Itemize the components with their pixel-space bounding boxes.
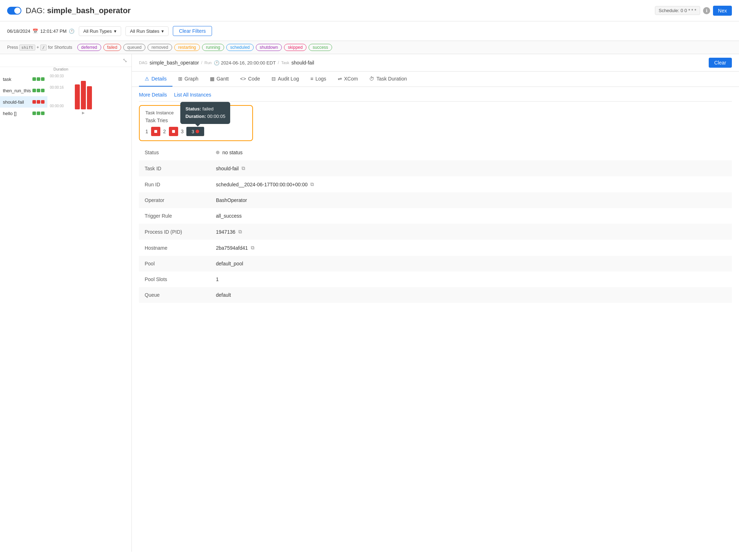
- top-header: DAG: simple_bash_operator Schedule: 0 0 …: [0, 0, 739, 21]
- table-row: Status no status: [139, 145, 732, 160]
- label-pool-slots: Pool Slots: [139, 271, 210, 287]
- badge-deferred[interactable]: deferred: [77, 44, 101, 51]
- next-button[interactable]: Nex: [713, 6, 732, 16]
- shortcut-hint: Press shift + / for Shortcuts: [7, 45, 72, 50]
- try-dot-1: [154, 130, 157, 133]
- badge-skipped[interactable]: skipped: [284, 44, 306, 51]
- bar-2[interactable]: [81, 81, 86, 109]
- copy-icon-pid[interactable]: ⧉: [238, 229, 242, 235]
- breadcrumb: DAG simple_bash_operator / Run 🕐 2024-06…: [132, 54, 739, 72]
- badge-scheduled[interactable]: scheduled: [226, 44, 254, 51]
- slash-key: /: [40, 45, 47, 51]
- value-pid: 1947136 ⧉: [210, 224, 732, 240]
- table-row: Task ID should-fail ⧉: [139, 160, 732, 176]
- label-operator: Operator: [139, 192, 210, 208]
- copy-icon-run-id[interactable]: ⧉: [310, 181, 314, 187]
- run-states-chevron: ▾: [161, 28, 164, 34]
- sub-tab-more-details[interactable]: More Details: [139, 92, 167, 101]
- try-button-1[interactable]: [151, 127, 160, 136]
- tab-xcom[interactable]: ⇌ XCom: [332, 72, 364, 87]
- try-3-label: 3: [192, 129, 194, 134]
- badge-running[interactable]: running: [202, 44, 224, 51]
- tab-code[interactable]: <> Code: [234, 72, 266, 87]
- badge-success[interactable]: success: [309, 44, 332, 51]
- task-row-hello[interactable]: hello []: [0, 108, 47, 119]
- tries-row: 1 2 3 Status: failed Duration: 00:00: [145, 127, 247, 136]
- badge-shutdown[interactable]: shutdown: [256, 44, 282, 51]
- dot-1: [32, 77, 36, 81]
- dot-3: [41, 89, 45, 92]
- dag-title: DAG: simple_bash_operator: [26, 6, 131, 15]
- breadcrumb-dag-name: simple_bash_operator: [150, 60, 199, 66]
- badge-restarting[interactable]: restarting: [174, 44, 200, 51]
- task-dots-should-fail: [32, 100, 45, 104]
- label-status: Status: [139, 145, 210, 160]
- label-task-id: Task ID: [139, 160, 210, 176]
- tab-graph[interactable]: ⊞ Graph: [172, 72, 204, 87]
- bar-1[interactable]: [75, 84, 80, 109]
- badge-queued[interactable]: queued: [123, 44, 145, 51]
- breadcrumb-sep-2: /: [278, 60, 279, 65]
- status-dot: [216, 151, 219, 154]
- label-queue: Queue: [139, 287, 210, 303]
- value-operator: BashOperator: [210, 192, 732, 208]
- try-dot-3: [196, 130, 199, 133]
- value-hostname: 2ba7594afd41 ⧉: [210, 240, 732, 256]
- main-content: ⤡ Duration 00:00:33 00:00:16 00:00:00 ▶: [0, 54, 739, 552]
- left-panel: ⤡ Duration 00:00:33 00:00:16 00:00:00 ▶: [0, 54, 132, 552]
- tooltip-status: Status: failed: [185, 105, 225, 113]
- calendar-icon: 📅: [32, 28, 38, 34]
- graph-icon: ⊞: [178, 76, 182, 82]
- task-row-task[interactable]: task: [0, 73, 47, 85]
- tab-details[interactable]: ⚠ Details: [139, 72, 172, 87]
- run-types-select[interactable]: All Run Types ▾: [79, 26, 121, 36]
- date-field: 06/18/2024 📅 12:01:47 PM 🕐: [7, 28, 74, 34]
- value-status: no status: [210, 145, 732, 160]
- try-button-2[interactable]: [169, 127, 178, 136]
- compress-icon[interactable]: ⤡: [123, 57, 127, 64]
- header-left: DAG: simple_bash_operator: [7, 6, 131, 15]
- dot-1: [32, 100, 36, 104]
- badge-failed[interactable]: failed: [103, 44, 122, 51]
- task-name-task: task: [3, 77, 31, 82]
- tab-gantt[interactable]: ▦ Gantt: [204, 72, 234, 87]
- copy-icon-task-id[interactable]: ⧉: [242, 165, 245, 171]
- time-value: 12:01:47 PM: [40, 28, 67, 34]
- value-pool: default_pool: [210, 256, 732, 271]
- info-table: Status no status Task ID should-fail ⧉: [139, 145, 732, 303]
- info-icon[interactable]: ℹ: [703, 7, 710, 14]
- duration-label: Duration: [53, 67, 68, 71]
- tab-logs[interactable]: ≡ Logs: [305, 72, 332, 87]
- run-types-chevron: ▾: [114, 28, 117, 34]
- table-row: Hostname 2ba7594afd41 ⧉: [139, 240, 732, 256]
- try-number-1: 1: [145, 129, 148, 134]
- badge-removed[interactable]: removed: [148, 44, 172, 51]
- status-bar: Press shift + / for Shortcuts deferred f…: [0, 41, 739, 54]
- clear-button[interactable]: Clear: [709, 58, 732, 68]
- bar-3[interactable]: [87, 86, 92, 109]
- gantt-header: ⤡: [0, 54, 131, 67]
- dot-1: [32, 112, 36, 115]
- try-dot-2: [172, 130, 175, 133]
- gantt-icon: ▦: [210, 76, 215, 82]
- task-row-then-run-this[interactable]: then_run_this: [0, 85, 47, 96]
- table-row: Pool default_pool: [139, 256, 732, 271]
- header-right: Schedule: 0 0 * * * ℹ Nex: [655, 6, 732, 16]
- code-label: Code: [248, 76, 260, 82]
- dag-toggle[interactable]: [7, 7, 21, 15]
- run-states-select[interactable]: All Run States ▾: [125, 26, 169, 36]
- y-label-3: 00:00:00: [50, 103, 64, 115]
- tab-audit-log[interactable]: ⊟ Audit Log: [266, 72, 305, 87]
- copy-icon-hostname[interactable]: ⧉: [251, 245, 254, 251]
- label-run-id: Run ID: [139, 176, 210, 192]
- audit-log-icon: ⊟: [272, 76, 276, 82]
- tab-task-duration[interactable]: ⏱ Task Duration: [363, 72, 413, 87]
- code-icon: <>: [240, 76, 246, 82]
- sub-tab-list-all[interactable]: List All Instances: [174, 92, 211, 101]
- shift-key: shift: [19, 45, 35, 51]
- clear-filters-button[interactable]: Clear Filters: [173, 26, 212, 36]
- task-row-should-fail[interactable]: should-fail: [0, 96, 47, 108]
- audit-log-label: Audit Log: [278, 76, 299, 82]
- date-value: 06/18/2024: [7, 28, 30, 34]
- task-name-should-fail: should-fail: [3, 99, 31, 105]
